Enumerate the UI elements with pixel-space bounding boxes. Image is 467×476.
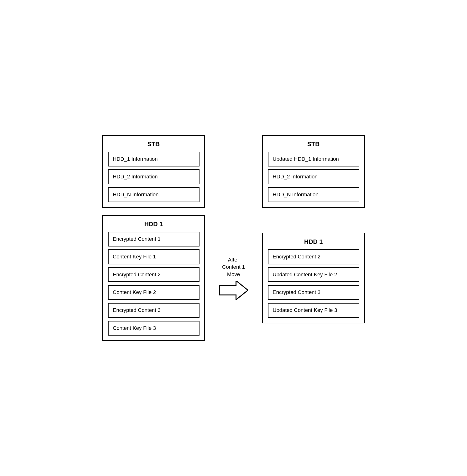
- top-left-stb-box: STB HDD_1 InformationHDD_2 InformationHD…: [102, 135, 205, 208]
- top-left-stb-item-2: HDD_2 Information: [108, 169, 199, 184]
- bottom-right-hdd-item-4: Updated Content Key File 3: [268, 303, 359, 318]
- top-left-stb-title: STB: [108, 140, 199, 148]
- bottom-right-hdd-item-3: Encrypted Content 3: [268, 285, 359, 300]
- bottom-right-hdd-item-1: Encrypted Content 2: [268, 249, 359, 264]
- bottom-left-hdd-item-4: Content Key File 2: [108, 285, 199, 300]
- arrow-icon: [219, 281, 248, 300]
- arrow-label: AfterContent 1Move: [222, 256, 245, 278]
- bottom-right-hdd-item-2: Updated Content Key File 2: [268, 267, 359, 282]
- top-right-stb-item-2: HDD_2 Information: [268, 169, 359, 184]
- top-left-stb-item-1: HDD_1 Information: [108, 152, 199, 167]
- top-right-stb-item-3: HDD_N Information: [268, 187, 359, 202]
- bottom-left-hdd-item-1: Encrypted Content 1: [108, 232, 199, 247]
- bottom-left-hdd-item-3: Encrypted Content 2: [108, 267, 199, 282]
- svg-marker-0: [219, 281, 248, 300]
- top-left-stb-item-3: HDD_N Information: [108, 187, 199, 202]
- bottom-left-hdd-box: HDD 1 Encrypted Content 1Content Key Fil…: [102, 215, 205, 341]
- top-right-stb-box: STB Updated HDD_1 InformationHDD_2 Infor…: [262, 135, 365, 208]
- diagram-container: STB HDD_1 InformationHDD_2 InformationHD…: [102, 135, 365, 341]
- bottom-right-hdd-title: HDD 1: [268, 238, 359, 245]
- bottom-right-hdd-box: HDD 1 Encrypted Content 2Updated Content…: [262, 233, 365, 323]
- bottom-left-hdd-item-5: Encrypted Content 3: [108, 303, 199, 318]
- top-right-stb-title: STB: [268, 140, 359, 148]
- top-right-stb-item-1: Updated HDD_1 Information: [268, 152, 359, 167]
- bottom-left-hdd-item-6: Content Key File 3: [108, 321, 199, 336]
- bottom-left-hdd-title: HDD 1: [108, 220, 199, 228]
- arrow-area: AfterContent 1Move: [219, 256, 248, 300]
- bottom-left-hdd-item-2: Content Key File 1: [108, 249, 199, 264]
